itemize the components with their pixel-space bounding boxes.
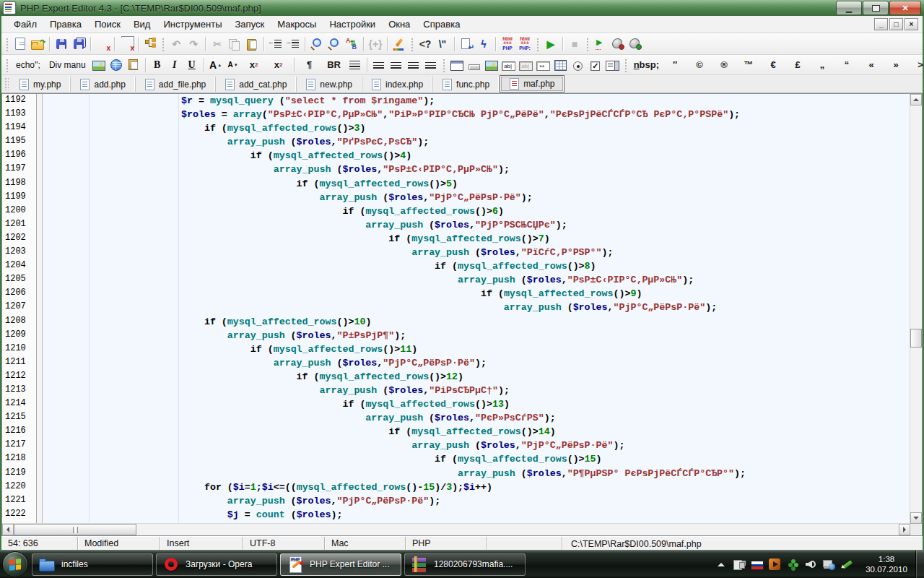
code-text[interactable]: array_push ($roles,"РјР°С„РёРѕР·Рё"); [43, 356, 910, 370]
tab-maf-php[interactable]: maf.php [500, 75, 565, 92]
char-laquo-button[interactable]: « [859, 56, 884, 74]
show-desktop-button[interactable] [915, 551, 924, 578]
div-menu-button[interactable]: Div manu [45, 56, 90, 74]
html-to-php-echo-icon[interactable]: html+++PHP: [516, 35, 533, 53]
code-text[interactable]: if (mysql_affected_rows()>11) [43, 342, 910, 356]
scroll-left-button[interactable] [2, 524, 14, 535]
volume-icon[interactable] [804, 558, 817, 571]
char-lowquote-button[interactable]: „ [810, 56, 834, 74]
form-textfield-icon[interactable] [500, 56, 518, 74]
show-hidden-icons-arrow-icon[interactable] [714, 558, 727, 571]
code-text[interactable]: array_push ($roles,"Р±РѕРјР¶"); [43, 329, 910, 342]
code-text[interactable]: array_push ($roles,"РєР»РѕСѓРЅ"); [43, 411, 910, 425]
tab-new-php[interactable]: new.php [297, 77, 362, 92]
menu-item-3[interactable]: Поиск [88, 19, 127, 30]
text-block-icon[interactable] [346, 56, 364, 74]
menu-item-7[interactable]: Макросы [271, 19, 323, 30]
paragraph-button[interactable]: ¶ [297, 56, 322, 74]
code-text[interactable]: if (mysql_affected_rows()>12) [43, 370, 910, 384]
code-text[interactable]: if (mysql_affected_rows()>14) [43, 425, 910, 439]
copy-icon[interactable] [226, 35, 243, 53]
run-to-cursor-icon[interactable] [592, 35, 609, 53]
subscript-button[interactable]: x2 [242, 56, 266, 74]
align-right-icon[interactable] [405, 56, 422, 74]
font-smaller-button[interactable]: A▼ [225, 56, 242, 74]
horizontal-scrollbar[interactable] [2, 523, 910, 535]
code-text[interactable]: array_push ($roles,"РјР°РЅСЊСЏРє"); [43, 218, 910, 232]
mdi-restore-button[interactable]: □ [889, 18, 903, 30]
taskbar-button-incfiles[interactable]: incfiles [32, 553, 153, 576]
restore-button[interactable] [863, 1, 889, 15]
paste-html-icon[interactable] [125, 56, 142, 74]
form-button-icon[interactable] [466, 56, 483, 74]
convert-document-icon[interactable] [458, 35, 475, 53]
form-radio-icon[interactable] [570, 56, 587, 74]
php-tags-icon[interactable]: <? [417, 35, 434, 53]
save-all-icon[interactable] [70, 35, 87, 53]
superscript-button[interactable]: x2 [266, 56, 291, 74]
minimize-button[interactable]: ▁ [836, 1, 862, 15]
insert-link-icon[interactable] [108, 56, 125, 74]
code-text[interactable]: $roles = array("РѕР±С‹РІР°С‚РµР»СЊ","РіР… [43, 108, 910, 121]
code-text[interactable]: array_push ($roles,"Р¶РµРЅР° РєРѕРјРёСЃС… [43, 467, 910, 480]
brackets-icon[interactable]: {+} [367, 35, 384, 53]
media-player-tray-icon[interactable] [768, 558, 781, 571]
code-editor[interactable]: 1192$r = mysql_query ("select * from $ri… [1, 93, 923, 536]
code-text[interactable]: if (mysql_affected_rows()>4) [43, 149, 910, 163]
taskbar-button-winrar[interactable]: 1280206793mafia.... [404, 553, 526, 576]
menu-item-8[interactable]: Настройки [323, 19, 382, 30]
italic-button[interactable]: I [166, 56, 183, 74]
code-text[interactable]: if (mysql_affected_rows()>15) [43, 452, 910, 466]
undo-icon[interactable]: ↶ [167, 35, 185, 53]
menu-item-9[interactable]: Окна [382, 19, 417, 30]
form-textfield-disabled-icon[interactable] [518, 56, 535, 74]
mdi-minimize-button[interactable]: _ [874, 18, 888, 30]
language-ru-flag-icon[interactable] [750, 558, 763, 571]
char-pound-button[interactable]: £ [785, 56, 810, 74]
code-text[interactable]: if (mysql_affected_rows()>13) [43, 397, 910, 411]
code-text[interactable]: if (mysql_affected_rows()>9) [43, 287, 910, 301]
clover-tray-icon[interactable] [786, 558, 799, 571]
cut-icon[interactable]: ✂ [209, 35, 226, 53]
taskbar-button-php-editor[interactable]: PHP Expert Editor ... [280, 553, 401, 576]
open-file-icon[interactable] [29, 35, 46, 53]
scroll-up-button[interactable] [910, 94, 922, 105]
redo-icon[interactable]: ↷ [185, 35, 202, 53]
code-view[interactable]: 1192$r = mysql_query ("select * from $ri… [2, 94, 910, 524]
start-button[interactable] [2, 551, 28, 577]
align-center-icon[interactable] [388, 56, 405, 74]
code-text[interactable]: array_push ($roles,"РјР°С„РёРѕР·Рё"); [43, 439, 910, 452]
code-text[interactable]: if (mysql_affected_rows()>10) [43, 315, 910, 329]
code-text[interactable]: array_push ($roles,"РјР°С„РёРѕР·Рё"); [43, 191, 910, 204]
code-text[interactable]: array_push ($roles,"РѕР±С‹РІР°С‚РµР»СЊ")… [43, 273, 910, 287]
find-next-icon[interactable]: ⇅ [343, 35, 360, 53]
echo-snippet-button[interactable]: echo''; [12, 56, 45, 74]
taskbar-clock[interactable]: 1:38 30.07.2010 [860, 554, 912, 574]
br-tag-button[interactable]: BR [322, 56, 346, 74]
unindent-icon[interactable] [267, 35, 284, 53]
tab-my-php[interactable]: my.php [10, 77, 71, 92]
network-icon[interactable] [822, 558, 835, 571]
form-password-icon[interactable] [535, 56, 552, 74]
safely-remove-hardware-icon[interactable] [732, 558, 745, 571]
font-bigger-button[interactable]: A▲ [207, 56, 225, 74]
escape-quotes-icon[interactable]: \" [434, 35, 451, 53]
menu-item-5[interactable]: Инструменты [157, 19, 228, 30]
align-left-icon[interactable] [370, 56, 388, 74]
form-checkbox-icon[interactable] [587, 56, 604, 74]
char-euro-button[interactable]: € [761, 56, 785, 74]
tab-add_cat-php[interactable]: add_cat.php [216, 77, 297, 92]
code-text[interactable]: array_push ($roles,"РїСѓС‚Р°РЅР°"); [43, 246, 910, 259]
code-text[interactable]: for ($i=1;$i<=((mysql_affected_rows()-15… [43, 480, 910, 494]
code-text[interactable]: if (mysql_affected_rows()>7) [43, 232, 910, 246]
indent-icon[interactable] [284, 35, 302, 53]
insert-image-icon[interactable] [90, 56, 108, 74]
menu-item-1[interactable]: Файл [7, 19, 43, 30]
char-leftquote-button[interactable]: “ [834, 56, 859, 74]
save-icon[interactable] [53, 35, 70, 53]
code-text[interactable]: array_push ($roles,"РѕР±С‹РІР°С‚РµР»СЊ")… [43, 163, 910, 176]
find-icon[interactable] [308, 35, 326, 53]
align-justify-icon[interactable] [422, 56, 440, 74]
menu-item-4[interactable]: Вид [127, 19, 157, 30]
pencil-tray-icon[interactable] [840, 558, 853, 571]
